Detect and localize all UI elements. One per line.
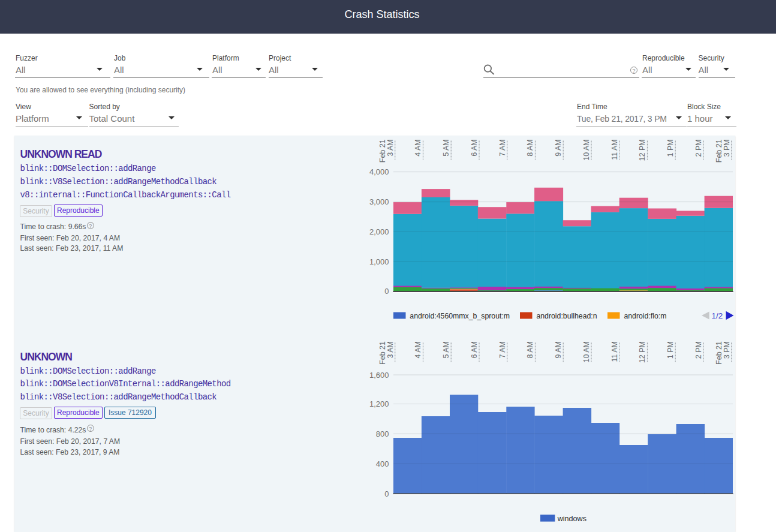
svg-text:0: 0 xyxy=(384,489,389,498)
svg-text:2,000: 2,000 xyxy=(369,227,389,236)
svg-text:3,000: 3,000 xyxy=(369,197,389,206)
svg-text:9 AM: 9 AM xyxy=(554,341,563,359)
svg-text:0: 0 xyxy=(384,287,389,296)
svg-text:8 AM: 8 AM xyxy=(526,341,534,359)
svg-text:1,000: 1,000 xyxy=(369,257,389,266)
svg-text:1 PM: 1 PM xyxy=(666,139,675,157)
svg-text:1,600: 1,600 xyxy=(369,371,389,380)
svg-text:3 AM: 3 AM xyxy=(386,139,395,156)
svg-text:11 AM: 11 AM xyxy=(610,139,619,160)
svg-text:windows: windows xyxy=(557,515,586,523)
svg-text:12 PM: 12 PM xyxy=(638,341,646,363)
svg-text:1 PM: 1 PM xyxy=(666,341,675,359)
svg-text:android:flo:m: android:flo:m xyxy=(624,312,666,320)
svg-text:3 PM: 3 PM xyxy=(723,139,731,157)
svg-text:1,200: 1,200 xyxy=(369,399,389,408)
svg-text:android:4560mmx_b_sprout:m: android:4560mmx_b_sprout:m xyxy=(410,312,510,320)
svg-text:8 AM: 8 AM xyxy=(526,139,534,156)
svg-text:android:bullhead:n: android:bullhead:n xyxy=(536,312,597,320)
svg-text:2 PM: 2 PM xyxy=(694,139,703,157)
svg-text:4 AM: 4 AM xyxy=(414,341,422,359)
svg-text:4 AM: 4 AM xyxy=(414,139,422,156)
svg-text:2 PM: 2 PM xyxy=(694,341,703,359)
svg-text:6 AM: 6 AM xyxy=(470,139,479,156)
svg-text:12 PM: 12 PM xyxy=(638,139,646,161)
svg-text:3 AM: 3 AM xyxy=(386,341,395,359)
svg-text:11 AM: 11 AM xyxy=(610,341,619,362)
svg-text:400: 400 xyxy=(376,459,389,468)
svg-text:9 AM: 9 AM xyxy=(554,139,563,156)
svg-text:4,000: 4,000 xyxy=(369,167,389,176)
svg-text:7 AM: 7 AM xyxy=(498,341,507,359)
svg-text:3 PM: 3 PM xyxy=(723,341,731,359)
svg-text:5 AM: 5 AM xyxy=(442,139,450,156)
svg-text:1/2: 1/2 xyxy=(712,311,723,320)
svg-text:7 AM: 7 AM xyxy=(498,139,507,156)
svg-text:10 AM: 10 AM xyxy=(582,341,591,362)
svg-text:800: 800 xyxy=(376,429,389,438)
svg-text:10 AM: 10 AM xyxy=(582,139,591,160)
svg-text:6 AM: 6 AM xyxy=(470,341,479,359)
svg-text:5 AM: 5 AM xyxy=(442,341,450,359)
